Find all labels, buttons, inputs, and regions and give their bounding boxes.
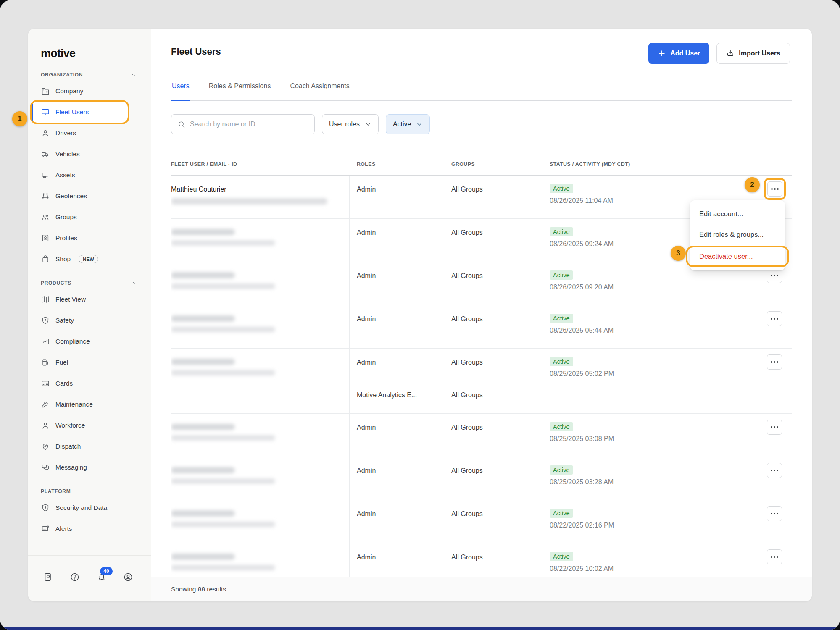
sidebar-section-label: ORGANIZATION bbox=[41, 72, 83, 78]
table-header-row: FLEET USER / EMAIL · ID ROLES GROUPS STA… bbox=[171, 153, 792, 176]
redacted-user-email bbox=[171, 370, 275, 375]
last-activity-timestamp: 08/26/2025 05:44 AM bbox=[550, 327, 792, 334]
sidebar-item-label: Vehicles bbox=[55, 150, 80, 158]
user-cell bbox=[171, 543, 350, 577]
last-activity-timestamp: 08/22/2025 02:16 PM bbox=[550, 522, 792, 529]
row-actions-button[interactable] bbox=[767, 311, 782, 326]
sidebar-item-fuel[interactable]: Fuel bbox=[28, 352, 151, 373]
user-cell bbox=[171, 500, 350, 543]
sidebar-footer: 40 bbox=[28, 555, 151, 601]
map-icon bbox=[41, 295, 50, 304]
redacted-user-name bbox=[171, 272, 235, 278]
bell-icon[interactable]: 40 bbox=[97, 572, 107, 582]
annotation-step-1: 1 bbox=[12, 111, 27, 126]
table-row: AdminAll GroupsMotive Analytics E...All … bbox=[171, 349, 792, 414]
status-badge: Active bbox=[550, 314, 573, 323]
sidebar-item-dispatch[interactable]: Dispatch bbox=[28, 436, 151, 457]
dispatch-icon bbox=[41, 442, 50, 451]
row-actions-button[interactable] bbox=[767, 181, 782, 197]
add-user-button[interactable]: Add User bbox=[648, 43, 709, 64]
status-cell: Active08/25/2025 03:28 AM bbox=[541, 457, 792, 500]
import-users-button[interactable]: Import Users bbox=[716, 43, 790, 64]
column-header-roles: ROLES bbox=[350, 161, 445, 167]
redacted-user-email bbox=[171, 565, 275, 570]
row-actions-button[interactable] bbox=[767, 506, 782, 521]
groups-value: All Groups bbox=[445, 176, 541, 218]
sidebar-section-header[interactable]: PLATFORM bbox=[41, 488, 137, 495]
desktop-background: motive ORGANIZATIONCompanyFleet UsersDri… bbox=[0, 0, 840, 630]
redacted-user-name bbox=[171, 424, 235, 430]
sidebar-item-groups[interactable]: Groups bbox=[28, 207, 151, 228]
redacted-user-name bbox=[171, 554, 235, 560]
tab-roles-permissions[interactable]: Roles & Permissions bbox=[208, 80, 272, 100]
sidebar-item-fleet-users[interactable]: Fleet Users bbox=[32, 102, 128, 123]
wrench-icon bbox=[41, 400, 50, 409]
search-box[interactable] bbox=[171, 114, 315, 134]
sidebar-item-company[interactable]: Company bbox=[28, 81, 151, 102]
groups-value: All Groups bbox=[445, 457, 541, 500]
groups-value: All Groups bbox=[445, 381, 541, 414]
redacted-user-name bbox=[171, 510, 235, 517]
redacted-user-name bbox=[171, 467, 235, 473]
redacted-user-email bbox=[171, 198, 327, 205]
status-filter-dropdown[interactable]: Active bbox=[386, 114, 430, 134]
menu-item-deactivate-user[interactable]: Deactivate user... bbox=[687, 247, 787, 265]
sidebar-item-profiles[interactable]: Profiles bbox=[28, 228, 151, 249]
row-actions-button[interactable] bbox=[767, 354, 782, 370]
tab-users[interactable]: Users bbox=[171, 80, 190, 100]
profiles-icon bbox=[41, 234, 50, 243]
last-activity-timestamp: 08/22/2025 10:02 AM bbox=[550, 565, 792, 572]
sidebar-item-vehicles[interactable]: Vehicles bbox=[28, 144, 151, 165]
sidebar-section-header[interactable]: PRODUCTS bbox=[41, 280, 137, 286]
sidebar-item-drivers[interactable]: Drivers bbox=[28, 123, 151, 144]
help-icon[interactable] bbox=[70, 572, 80, 582]
filter-bar: User roles Active bbox=[171, 114, 792, 134]
sidebar-item-messaging[interactable]: Messaging bbox=[28, 457, 151, 478]
user-roles-dropdown[interactable]: User roles bbox=[322, 114, 379, 134]
fuel-icon bbox=[41, 358, 50, 367]
roles-groups-cell: AdminAll Groups bbox=[350, 262, 541, 305]
menu-item-edit-roles-groups[interactable]: Edit roles & groups... bbox=[690, 224, 785, 245]
sidebar-item-fleet-view[interactable]: Fleet View bbox=[28, 289, 151, 310]
sidebar-item-maintenance[interactable]: Maintenance bbox=[28, 394, 151, 415]
sidebar-section-header[interactable]: ORGANIZATION bbox=[41, 71, 137, 78]
sidebar-item-compliance[interactable]: Compliance bbox=[28, 331, 151, 352]
sidebar-item-assets[interactable]: Assets bbox=[28, 165, 151, 186]
status-badge: Active bbox=[550, 270, 573, 280]
sidebar-item-label: Fleet View bbox=[55, 296, 86, 303]
sidebar-item-security-and-data[interactable]: Security and Data bbox=[28, 497, 151, 518]
row-actions-button[interactable] bbox=[767, 420, 782, 435]
main-content: Fleet Users Add User Import Users bbox=[151, 29, 812, 601]
trailer-icon bbox=[41, 171, 50, 180]
redacted-user-email bbox=[171, 435, 275, 441]
sidebar-item-cards[interactable]: Cards bbox=[28, 373, 151, 394]
chevron-up-icon bbox=[130, 488, 137, 495]
role-value: Admin bbox=[350, 176, 445, 218]
role-value: Motive Analytics E... bbox=[350, 381, 445, 414]
sidebar-item-label: Safety bbox=[55, 317, 74, 324]
tab-coach-assignments[interactable]: Coach Assignments bbox=[289, 80, 350, 100]
status-badge: Active bbox=[550, 422, 573, 431]
groups-value: All Groups bbox=[445, 219, 541, 262]
sidebar-item-workforce[interactable]: Workforce bbox=[28, 415, 151, 436]
role-row: AdminAll Groups bbox=[350, 500, 541, 543]
guide-icon[interactable] bbox=[43, 572, 53, 582]
sidebar-item-shop[interactable]: ShopNEW bbox=[28, 249, 151, 270]
sidebar-item-label: Cards bbox=[55, 380, 73, 387]
sidebar-item-geofences[interactable]: Geofences bbox=[28, 186, 151, 207]
sidebar-item-label: Fuel bbox=[55, 359, 68, 366]
sidebar-item-safety[interactable]: Safety bbox=[28, 310, 151, 331]
search-input[interactable] bbox=[190, 121, 308, 128]
account-icon[interactable] bbox=[123, 572, 133, 582]
row-actions-button[interactable] bbox=[767, 463, 782, 478]
sidebar-nav: ORGANIZATIONCompanyFleet UsersDriversVeh… bbox=[28, 71, 151, 539]
sidebar-item-alerts[interactable]: Alerts bbox=[28, 518, 151, 539]
sidebar-item-label: Geofences bbox=[55, 192, 87, 200]
column-header-status: STATUS / ACTIVITY (MDY CDT) bbox=[541, 161, 792, 167]
row-actions-button[interactable] bbox=[767, 549, 782, 564]
menu-item-edit-account[interactable]: Edit account... bbox=[690, 204, 785, 224]
results-count: Showing 88 results bbox=[171, 585, 226, 593]
sidebar-item-label: Groups bbox=[55, 213, 77, 221]
user-cell bbox=[171, 457, 350, 500]
role-row: AdminAll Groups bbox=[350, 457, 541, 500]
